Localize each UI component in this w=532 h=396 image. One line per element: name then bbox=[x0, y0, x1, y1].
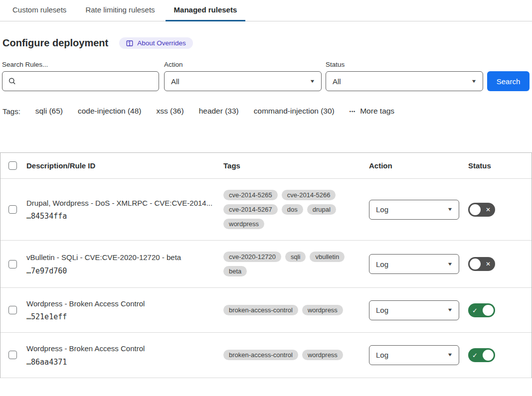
status-filter-value: All bbox=[333, 77, 341, 86]
table-row: Wordpress - Broken Access Control …521e1… bbox=[0, 288, 532, 333]
tab-bar: Custom rulesets Rate limiting rulesets M… bbox=[0, 0, 532, 21]
tag-pill: beta bbox=[223, 266, 247, 276]
tag-pill: vbulletin bbox=[310, 252, 345, 262]
row-checkbox[interactable] bbox=[8, 260, 17, 268]
row-action-select[interactable]: Log ▼ bbox=[369, 254, 459, 274]
tag-filter-command-injection[interactable]: command-injection (30) bbox=[254, 107, 335, 116]
row-checkbox[interactable] bbox=[8, 306, 17, 314]
page-title: Configure deployment bbox=[2, 37, 108, 49]
search-input-wrap bbox=[2, 71, 159, 91]
tag-pill: wordpress bbox=[223, 219, 264, 229]
tag-pill: cve-2014-5265 bbox=[223, 190, 278, 200]
select-all-checkbox[interactable] bbox=[8, 161, 17, 170]
search-button[interactable]: Search bbox=[487, 71, 530, 91]
chevron-down-icon: ▼ bbox=[447, 207, 453, 212]
book-icon bbox=[126, 40, 133, 47]
page-header: Configure deployment About Overrides bbox=[0, 37, 532, 49]
tag-filter-header[interactable]: header (33) bbox=[199, 107, 239, 116]
more-tags-label: More tags bbox=[360, 107, 394, 116]
action-filter-value: All bbox=[171, 77, 179, 86]
tag-pill: drupal bbox=[307, 204, 336, 215]
rule-id: …86aa4371 bbox=[26, 358, 213, 367]
tag-pill: broken-access-control bbox=[223, 305, 298, 315]
tab-managed-rulesets[interactable]: Managed rulesets bbox=[166, 0, 246, 21]
rule-description: Wordpress - Broken Access Control bbox=[26, 344, 213, 354]
status-filter-select[interactable]: All ▼ bbox=[326, 71, 483, 91]
chevron-down-icon: ▼ bbox=[447, 262, 453, 266]
rule-description: vBulletin - SQLi - CVE:CVE-2020-12720 - … bbox=[26, 253, 213, 263]
rule-id: …7e97d760 bbox=[26, 266, 213, 275]
table-header-row: Description/Rule ID Tags Action Status bbox=[0, 153, 532, 179]
table-row: Wordpress - Broken Access Control …86aa4… bbox=[0, 333, 532, 378]
rule-id: …521e1eff bbox=[26, 312, 213, 321]
toggle-knob bbox=[483, 305, 494, 316]
chevron-down-icon: ▼ bbox=[310, 79, 316, 84]
tag-pill: wordpress bbox=[302, 305, 343, 315]
search-rules-label: Search Rules... bbox=[2, 61, 159, 68]
x-icon: ✕ bbox=[486, 207, 491, 213]
row-checkbox[interactable] bbox=[8, 351, 17, 359]
tag-pill: broken-access-control bbox=[223, 350, 298, 360]
tag-pill: cve-2014-5266 bbox=[282, 190, 336, 200]
status-filter-label: Status bbox=[326, 61, 483, 68]
tag-pill: wordpress bbox=[302, 350, 343, 360]
row-action-value: Log bbox=[376, 306, 388, 314]
chevron-down-icon: ▼ bbox=[447, 308, 453, 312]
row-action-select[interactable]: Log ▼ bbox=[369, 300, 459, 320]
ellipsis-icon: ••• bbox=[350, 109, 355, 114]
action-filter-label: Action bbox=[164, 61, 322, 68]
more-tags-button[interactable]: ••• More tags bbox=[350, 107, 394, 116]
row-action-value: Log bbox=[376, 260, 388, 268]
column-header-description: Description/Rule ID bbox=[26, 161, 223, 170]
about-overrides-label: About Overrides bbox=[137, 39, 186, 47]
tab-rate-limiting-rulesets[interactable]: Rate limiting rulesets bbox=[77, 0, 163, 21]
search-rules-input[interactable] bbox=[2, 72, 159, 91]
status-toggle[interactable]: ✓ ✕ bbox=[468, 257, 495, 271]
tag-filter-code-injection[interactable]: code-injection (48) bbox=[78, 107, 142, 116]
tags-bar: Tags: sqli (65) code-injection (48) xss … bbox=[0, 107, 532, 116]
row-action-value: Log bbox=[376, 351, 388, 359]
status-toggle[interactable]: ✓ ✕ bbox=[468, 303, 495, 317]
tab-custom-rulesets[interactable]: Custom rulesets bbox=[4, 0, 75, 21]
toggle-knob bbox=[483, 350, 494, 361]
tag-pill: cve-2020-12720 bbox=[223, 252, 281, 262]
status-toggle[interactable]: ✓ ✕ bbox=[468, 348, 495, 362]
x-icon: ✕ bbox=[486, 261, 491, 267]
table-row: vBulletin - SQLi - CVE:CVE-2020-12720 - … bbox=[0, 241, 532, 288]
tag-pill: sqli bbox=[285, 252, 306, 262]
toggle-knob bbox=[470, 259, 481, 269]
tag-filter-sqli[interactable]: sqli (65) bbox=[35, 107, 63, 116]
status-toggle[interactable]: ✓ ✕ bbox=[468, 203, 495, 217]
rules-table: Description/Rule ID Tags Action Status D… bbox=[0, 152, 532, 378]
rule-id: …84534ffa bbox=[26, 212, 213, 221]
check-icon: ✓ bbox=[472, 307, 478, 313]
row-action-value: Log bbox=[376, 205, 388, 214]
table-row: Drupal, Wordpress - DoS - XMLRPC - CVE:C… bbox=[0, 179, 532, 241]
row-action-select[interactable]: Log ▼ bbox=[369, 200, 459, 220]
tag-pill: dos bbox=[282, 204, 303, 215]
about-overrides-link[interactable]: About Overrides bbox=[119, 37, 193, 49]
column-header-action: Action bbox=[369, 161, 468, 170]
tag-filter-xss[interactable]: xss (36) bbox=[157, 107, 184, 116]
action-filter-select[interactable]: All ▼ bbox=[164, 71, 322, 91]
tags-bar-label: Tags: bbox=[2, 107, 20, 116]
check-icon: ✓ bbox=[472, 352, 478, 358]
toggle-knob bbox=[470, 204, 481, 215]
tag-pill: cve-2014-5267 bbox=[223, 204, 278, 215]
row-checkbox[interactable] bbox=[8, 205, 17, 214]
search-icon bbox=[8, 78, 16, 85]
chevron-down-icon: ▼ bbox=[447, 353, 453, 357]
row-action-select[interactable]: Log ▼ bbox=[369, 345, 459, 365]
column-header-status: Status bbox=[468, 161, 532, 170]
column-header-tags: Tags bbox=[223, 161, 369, 170]
filter-bar: Search Rules... Action All ▼ Status All … bbox=[0, 61, 532, 91]
rule-description: Wordpress - Broken Access Control bbox=[26, 299, 213, 309]
rule-description: Drupal, Wordpress - DoS - XMLRPC - CVE:C… bbox=[26, 198, 213, 208]
chevron-down-icon: ▼ bbox=[471, 79, 477, 84]
